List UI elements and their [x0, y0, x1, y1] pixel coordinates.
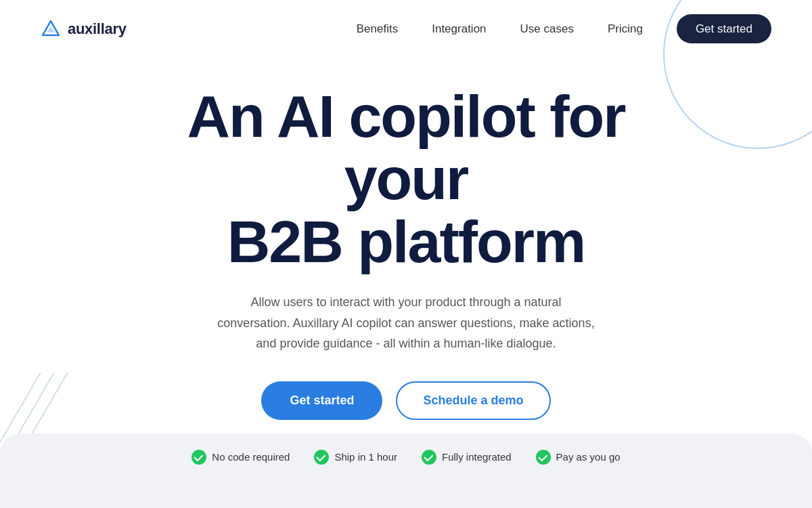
check-icon-integrated: [422, 450, 436, 465]
check-icon-pay: [536, 450, 551, 465]
get-started-button[interactable]: Get started: [261, 381, 382, 420]
hero-subtitle: Allow users to interact with your produc…: [217, 292, 595, 354]
feature-ship: Ship in 1 hour: [314, 450, 397, 465]
nav-link-benefits[interactable]: Benefits: [357, 22, 398, 35]
feature-integrated-label: Fully integrated: [442, 451, 512, 463]
hero-title: An AI copilot for your B2B platform: [135, 85, 677, 273]
features-row: No code required Ship in 1 hour Fully in…: [191, 450, 620, 465]
check-icon-ship: [314, 450, 329, 465]
feature-pay: Pay as you go: [536, 450, 621, 465]
feature-ship-label: Ship in 1 hour: [334, 451, 397, 463]
nav-link-use-cases[interactable]: Use cases: [520, 22, 574, 35]
hero-buttons: Get started Schedule a demo: [261, 381, 550, 420]
check-icon-no-code: [191, 450, 206, 465]
nav-item-integration[interactable]: Integration: [432, 22, 486, 36]
logo-icon: [41, 19, 61, 39]
logo-link[interactable]: auxillary: [41, 19, 127, 39]
nav-link-pricing[interactable]: Pricing: [608, 22, 643, 35]
hero-section: An AI copilot for your B2B platform Allo…: [0, 58, 812, 465]
feature-no-code-label: No code required: [212, 451, 290, 463]
nav-item-pricing[interactable]: Pricing: [608, 22, 643, 36]
nav-links: Benefits Integration Use cases Pricing G…: [357, 22, 771, 36]
feature-pay-label: Pay as you go: [556, 451, 621, 463]
nav-link-integration[interactable]: Integration: [432, 22, 486, 35]
nav-cta-item[interactable]: Get started: [677, 22, 771, 36]
nav-cta-button[interactable]: Get started: [677, 14, 771, 43]
schedule-demo-button[interactable]: Schedule a demo: [396, 381, 550, 420]
logo-text: auxillary: [68, 20, 127, 38]
feature-integrated: Fully integrated: [422, 450, 512, 465]
nav-item-benefits[interactable]: Benefits: [357, 22, 398, 36]
nav-item-use-cases[interactable]: Use cases: [520, 22, 574, 36]
navbar: auxillary Benefits Integration Use cases…: [0, 0, 812, 58]
feature-no-code: No code required: [191, 450, 290, 465]
